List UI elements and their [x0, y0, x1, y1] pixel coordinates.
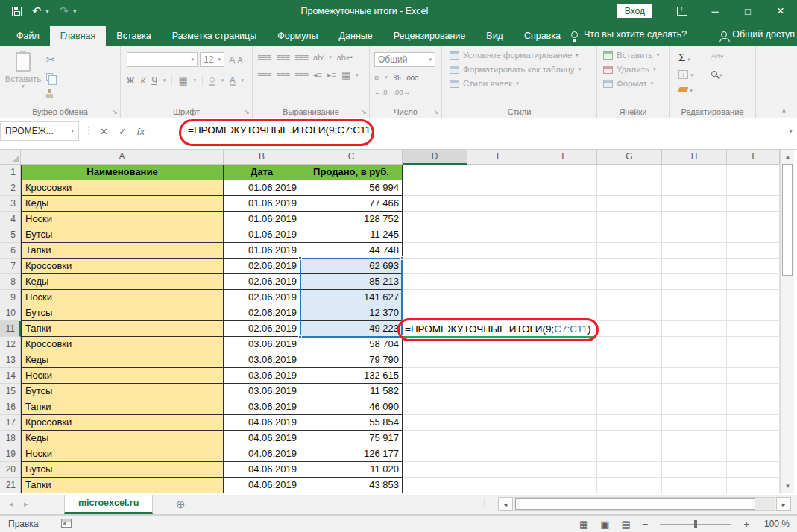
table-header-cell-B1[interactable]: Дата: [224, 165, 300, 180]
row-header-15[interactable]: 15: [0, 384, 21, 399]
table-header-cell-C1[interactable]: Продано, в руб.: [300, 165, 403, 180]
cell-B19[interactable]: 04.06.2019: [224, 446, 300, 462]
cell-B2[interactable]: 01.06.2019: [224, 180, 300, 196]
ribbon-tab-Данные[interactable]: Данные: [329, 26, 383, 46]
scroll-left-button[interactable]: ◂: [498, 497, 513, 511]
cell-D21[interactable]: [403, 478, 467, 493]
cell-I1[interactable]: [727, 165, 780, 180]
cell-H19[interactable]: [662, 446, 727, 462]
page-layout-view-button[interactable]: ▣: [600, 519, 609, 530]
row-header-2[interactable]: 2: [0, 180, 21, 196]
cell-H9[interactable]: [662, 290, 727, 305]
cell-F19[interactable]: [532, 446, 597, 462]
autosum-button[interactable]: Σ ▾: [678, 51, 711, 63]
row-header-21[interactable]: 21: [0, 478, 21, 493]
cell-A14[interactable]: Носки: [21, 368, 224, 384]
underline-button[interactable]: Ч: [151, 76, 157, 85]
cell-A10[interactable]: Бутсы: [21, 305, 224, 321]
cell-H4[interactable]: [662, 212, 727, 227]
cell-C7[interactable]: 62 693: [300, 259, 403, 274]
cell-G10[interactable]: [597, 305, 662, 321]
cell-A4[interactable]: Носки: [21, 212, 224, 227]
cell-E6[interactable]: [467, 243, 532, 259]
cell-G15[interactable]: [597, 384, 662, 399]
cell-C2[interactable]: 56 994: [300, 180, 403, 196]
cell-I10[interactable]: [727, 305, 780, 321]
cell-E18[interactable]: [467, 431, 532, 446]
cell-B21[interactable]: 04.06.2019: [224, 478, 300, 493]
cell-H1[interactable]: [662, 165, 727, 180]
cell-I8[interactable]: [727, 274, 780, 290]
cell-B14[interactable]: 03.06.2019: [224, 368, 300, 384]
ribbon-tab-Вставка[interactable]: Вставка: [106, 26, 161, 46]
borders-button[interactable]: ▦: [178, 75, 187, 86]
cell-A18[interactable]: Кеды: [21, 431, 224, 446]
share-button[interactable]: Общий доступ: [721, 29, 795, 39]
cell-E9[interactable]: [467, 290, 532, 305]
sheet-tab-microexcel[interactable]: microexcel.ru: [64, 495, 153, 514]
column-header-F[interactable]: F: [532, 150, 597, 165]
cell-H13[interactable]: [662, 352, 727, 368]
row-header-20[interactable]: 20: [0, 462, 21, 478]
cell-A2[interactable]: Кроссовки: [21, 180, 224, 196]
page-break-view-button[interactable]: ▤: [622, 519, 631, 530]
cell-D4[interactable]: [403, 212, 467, 227]
cell-F17[interactable]: [532, 415, 597, 431]
cell-D10[interactable]: [403, 305, 467, 321]
cell-C18[interactable]: 75 917: [300, 431, 403, 446]
clear-button[interactable]: ▾: [678, 85, 711, 94]
cell-C16[interactable]: 46 090: [300, 399, 403, 415]
sheet-nav-right-icon[interactable]: ▸: [24, 499, 28, 509]
normal-view-button[interactable]: ▦: [579, 519, 588, 530]
cell-C6[interactable]: 44 748: [300, 243, 403, 259]
add-sheet-icon[interactable]: ⊕: [176, 498, 186, 511]
fill-color-button[interactable]: ◇: [209, 75, 215, 86]
ribbon-tab-Формулы[interactable]: Формулы: [267, 26, 328, 46]
cell-E12[interactable]: [467, 337, 532, 352]
row-header-19[interactable]: 19: [0, 446, 21, 462]
cell-A13[interactable]: Кеды: [21, 352, 224, 368]
cell-H5[interactable]: [662, 227, 727, 243]
sign-in-button[interactable]: Вход: [617, 4, 652, 18]
increase-decimal-button[interactable]: ←,0: [374, 88, 387, 96]
cell-C3[interactable]: 77 466: [300, 196, 403, 212]
ribbon-tab-Вид[interactable]: Вид: [476, 26, 514, 46]
column-header-A[interactable]: A: [21, 150, 224, 165]
cell-G14[interactable]: [597, 368, 662, 384]
cell-F18[interactable]: [532, 431, 597, 446]
cell-C21[interactable]: 43 853: [300, 478, 403, 493]
sort-filter-button[interactable]: АЯ▾: [711, 51, 744, 63]
row-header-12[interactable]: 12: [0, 337, 21, 352]
cell-G8[interactable]: [597, 274, 662, 290]
ribbon-tab-Файл[interactable]: Файл: [6, 26, 50, 46]
cell-D17[interactable]: [403, 415, 467, 431]
cell-B17[interactable]: 04.06.2019: [224, 415, 300, 431]
cell-E15[interactable]: [467, 384, 532, 399]
cell-A16[interactable]: Тапки: [21, 399, 224, 415]
cell-H12[interactable]: [662, 337, 727, 352]
format-painter-button[interactable]: [46, 89, 58, 98]
cell-G4[interactable]: [597, 212, 662, 227]
zoom-slider[interactable]: [660, 524, 731, 525]
row-header-8[interactable]: 8: [0, 274, 21, 290]
cell-E17[interactable]: [467, 415, 532, 431]
copy-button[interactable]: ▾: [46, 73, 58, 81]
column-header-B[interactable]: B: [224, 150, 300, 165]
accounting-format-button[interactable]: ¤: [374, 73, 379, 82]
cell-I13[interactable]: [727, 352, 780, 368]
column-header-H[interactable]: H: [662, 150, 727, 165]
cell-E13[interactable]: [467, 352, 532, 368]
cell-H2[interactable]: [662, 180, 727, 196]
row-header-11[interactable]: 11: [0, 321, 21, 337]
undo-caret-icon[interactable]: ▾: [46, 8, 49, 15]
font-size-combo[interactable]: 12▾: [200, 52, 224, 67]
row-header-4[interactable]: 4: [0, 212, 21, 227]
cell-C8[interactable]: 85 213: [300, 274, 403, 290]
cell-D3[interactable]: [403, 196, 467, 212]
cell-F8[interactable]: [532, 274, 597, 290]
cell-C4[interactable]: 128 752: [300, 212, 403, 227]
cell-D5[interactable]: [403, 227, 467, 243]
align-left-button[interactable]: ≡≡≡: [257, 70, 271, 80]
increase-indent-button[interactable]: ▸≡: [327, 70, 336, 80]
ribbon-tab-Рецензирование[interactable]: Рецензирование: [383, 26, 476, 46]
